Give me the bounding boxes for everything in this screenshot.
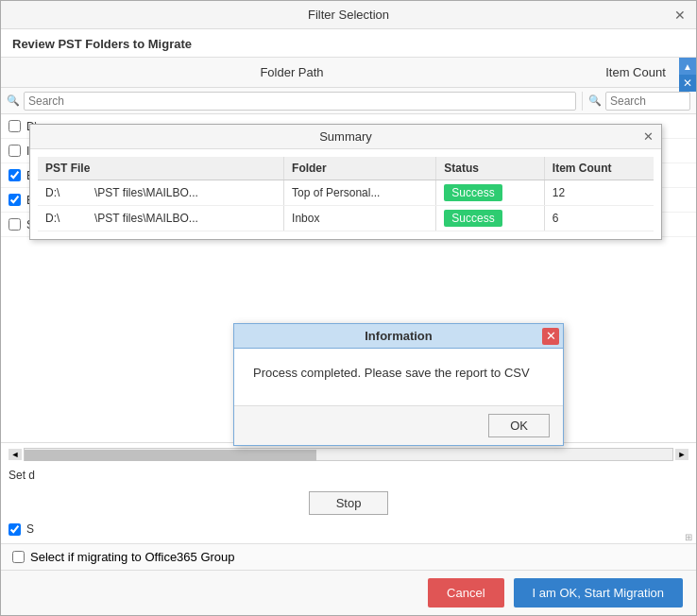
info-footer: OK [234, 405, 563, 445]
set-text: Set d [8, 469, 35, 482]
search-input-right[interactable] [605, 92, 690, 111]
search-input-left[interactable] [24, 92, 576, 111]
scroll-left-button[interactable]: ◄ [8, 449, 22, 460]
summary-cell-status-2: Success [436, 206, 544, 231]
scroll-buttons-top: ▲ ✕ [679, 58, 696, 92]
summary-cell-pst-file-2: D:\ \PST files\MAILBO... [38, 206, 284, 231]
col-item-count: Item Count [579, 65, 692, 79]
summary-col-folder: Folder [284, 157, 436, 180]
row-checkbox-e1[interactable] [8, 169, 21, 181]
subrow-label: S [26, 522, 34, 536]
summary-close-button[interactable]: ✕ [640, 129, 655, 145]
summary-cell-status: Success [436, 180, 544, 206]
start-migration-button[interactable]: I am OK, Start Migration [514, 578, 683, 607]
summary-col-item-count: Item Count [544, 157, 654, 180]
cancel-button[interactable]: Cancel [428, 578, 503, 607]
table-row: D:\ \PST files\MAILBO... Top of Personal… [38, 180, 654, 206]
summary-title-bar: Summary ✕ [30, 125, 661, 149]
row-checkbox-d1[interactable] [8, 120, 21, 132]
window-close-button[interactable]: ✕ [672, 7, 688, 24]
title-bar: Filter Selection ✕ [1, 1, 696, 29]
scrollbar-thumb [25, 450, 316, 461]
search-right-icon: 🔍 [588, 94, 602, 107]
subrow-checkbox[interactable] [8, 523, 21, 536]
status-badge-success1: Success [444, 184, 502, 201]
bottom-area: ◄ ► Set d Stop S [1, 442, 696, 543]
col-folder-path: Folder Path [5, 65, 579, 79]
page-heading: Review PST Folders to Migrate [1, 29, 696, 58]
search-right-cell: 🔍 [583, 92, 696, 111]
summary-cell-pst-file: D:\ \PST files\MAILBO... [38, 180, 284, 206]
office365-label: Select if migrating to Office365 Group [30, 550, 235, 564]
summary-col-pst-file: PST File [38, 157, 284, 180]
stop-row: Stop [8, 488, 688, 517]
info-body: Process completed. Please save the repor… [234, 349, 563, 405]
set-row: Set d [8, 464, 688, 487]
subrow: S [8, 519, 688, 539]
summary-cell-folder-2: Inbox [284, 206, 436, 231]
close-scroll-button[interactable]: ✕ [679, 75, 696, 92]
summary-table-wrapper: PST File Folder Status Item Count D:\ \P… [30, 149, 661, 239]
summary-cell-item-count: 12 [544, 180, 654, 206]
status-badge-success2: Success [444, 210, 502, 227]
info-close-icon: ✕ [546, 329, 556, 343]
scroll-up-button[interactable]: ▲ [679, 58, 696, 75]
summary-title: Summary [319, 129, 372, 144]
main-content: Folder Path Item Count ▲ ✕ 🔍 🔍 [1, 58, 696, 543]
table-row: D:\ \PST files\MAILBO... Inbox Success 6 [38, 206, 654, 231]
info-message: Process completed. Please save the repor… [253, 366, 530, 380]
summary-table-header-row: PST File Folder Status Item Count [38, 157, 654, 180]
info-title-bar: Information ✕ [234, 324, 563, 349]
info-title: Information [365, 329, 433, 343]
horizontal-scrollbar: ◄ ► [8, 447, 688, 462]
table-header-row: Folder Path Item Count ▲ ✕ [1, 58, 696, 88]
office365-row: Select if migrating to Office365 Group [1, 543, 696, 570]
row-checkbox-i[interactable] [8, 145, 21, 157]
info-dialog: Information ✕ Process completed. Please … [233, 323, 564, 446]
footer-bar: Cancel I am OK, Start Migration [1, 570, 696, 615]
main-window: Filter Selection ✕ Review PST Folders to… [0, 0, 697, 616]
info-close-button[interactable]: ✕ [542, 328, 559, 345]
search-left-icon: 🔍 [7, 94, 20, 107]
office365-checkbox[interactable] [12, 551, 25, 563]
summary-table: PST File Folder Status Item Count D:\ \P… [38, 157, 654, 231]
window-title: Filter Selection [308, 8, 389, 22]
search-left-cell: 🔍 [1, 92, 583, 111]
summary-dialog: Summary ✕ PST File Folder Status Item Co… [29, 124, 662, 240]
scroll-right-button[interactable]: ► [675, 449, 688, 460]
resize-handle[interactable]: ⊞ [685, 532, 694, 541]
row-checkbox-e2[interactable] [8, 194, 21, 206]
search-row: 🔍 🔍 [1, 88, 696, 114]
scrollbar-track[interactable] [24, 448, 673, 461]
row-checkbox-s[interactable] [8, 218, 21, 231]
info-ok-button[interactable]: OK [488, 414, 550, 437]
close-icon: ✕ [683, 77, 692, 90]
summary-col-status: Status [436, 157, 544, 180]
summary-cell-item-count-2: 6 [544, 206, 654, 231]
summary-cell-folder: Top of Personal... [284, 180, 436, 206]
stop-button[interactable]: Stop [309, 491, 389, 515]
